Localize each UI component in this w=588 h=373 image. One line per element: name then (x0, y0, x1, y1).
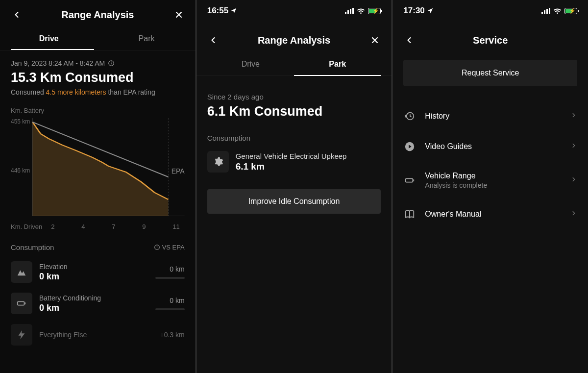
svg-point-4 (111, 62, 112, 62)
bolt-icon (11, 324, 32, 346)
chevron-left-icon (404, 35, 414, 45)
battery-icon (11, 293, 32, 314)
x-axis: Km. Driven 2 4 7 9 11 (11, 223, 185, 230)
vs-epa-summary: Consumed 4.5 more kilometers than EPA ra… (11, 88, 185, 96)
list-row-vehicle-range[interactable]: Vehicle Range Analysis is complete (403, 162, 577, 199)
cellular-icon (541, 8, 550, 14)
tabs: Drive Park (0, 27, 196, 50)
location-icon (427, 7, 434, 14)
header: Range Analysis (0, 0, 196, 27)
screen-park-analysis: 16:55 ⚡ Range Analysis Drive Park (196, 0, 393, 373)
svg-rect-11 (18, 301, 24, 305)
trip-timestamp: Jan 9, 2023 8:24 AM - 8:42 AM (11, 59, 185, 67)
tab-underline (294, 75, 381, 76)
chevron-right-icon (570, 112, 577, 121)
battery-charging-icon: ⚡ (368, 8, 381, 14)
y-tick-low: 446 km (11, 167, 30, 174)
info-icon (154, 244, 160, 250)
screen-service: 17:30 ⚡ Service Request Service His (392, 0, 588, 373)
request-service-button[interactable]: Request Service (403, 60, 577, 86)
chevron-right-icon (570, 210, 577, 219)
chevron-right-icon (570, 142, 577, 151)
consumption-row-battery-conditioning[interactable]: Battery Conditioning 0 km 0 km (11, 293, 185, 314)
tab-drive[interactable]: Drive (0, 27, 98, 50)
consumption-row-electrical-upkeep[interactable]: General Vehicle Electrical Upkeep 6.1 km (207, 151, 381, 173)
close-button[interactable] (173, 9, 185, 21)
page-title: Service (473, 35, 508, 46)
y-tick-high: 455 km (11, 118, 30, 125)
consumption-header: Consumption VS EPA (11, 243, 185, 251)
tabs: Drive Park (196, 53, 392, 76)
page-title: Range Analysis (61, 9, 134, 21)
tab-park[interactable]: Park (98, 27, 195, 50)
since-label: Since 2 days ago (207, 93, 381, 101)
svg-rect-16 (352, 8, 354, 14)
svg-rect-19 (541, 12, 543, 14)
chevron-left-icon (12, 10, 22, 20)
close-icon (174, 10, 184, 20)
consumption-row-elevation[interactable]: Elevation 0 km 0 km (11, 261, 185, 283)
chart-y-label: Km. Battery (11, 107, 185, 114)
svg-rect-13 (345, 12, 346, 14)
page-title: Range Analysis (258, 35, 330, 46)
book-icon (403, 209, 416, 220)
bottom-fade (0, 344, 196, 373)
history-icon (403, 111, 416, 122)
list-row-history[interactable]: History (403, 101, 577, 131)
tab-park[interactable]: Park (294, 53, 381, 75)
svg-rect-25 (406, 178, 413, 182)
epa-bar (155, 308, 185, 310)
epa-bar (155, 277, 185, 279)
svg-rect-22 (549, 8, 550, 14)
list-row-video-guides[interactable]: Video Guides (403, 131, 577, 162)
status-time: 17:30 (403, 6, 424, 16)
mountain-icon (11, 261, 32, 283)
svg-rect-15 (350, 9, 351, 14)
close-icon (370, 35, 380, 45)
chevron-right-icon (570, 176, 577, 185)
improve-idle-button[interactable]: Improve Idle Consumption (207, 189, 381, 214)
status-time: 16:55 (207, 6, 228, 16)
wifi-icon (357, 8, 365, 14)
tab-underline (11, 49, 94, 50)
play-icon (403, 141, 416, 152)
back-button[interactable] (11, 9, 23, 21)
cellular-icon (345, 8, 354, 14)
screen-drive-analysis: Range Analysis Drive Park Jan 9, 2023 8:… (0, 0, 196, 373)
back-button[interactable] (207, 34, 219, 46)
svg-rect-20 (544, 10, 545, 14)
consumption-row-everything-else[interactable]: Everything Else +0.3 km (11, 324, 185, 346)
km-consumed: 6.1 Km Consumed (207, 104, 381, 119)
header: Range Analysis (196, 20, 392, 53)
battery-icon (403, 175, 416, 186)
consumption-label: Consumption (207, 134, 381, 142)
svg-point-10 (157, 246, 157, 247)
gear-icon (207, 151, 229, 173)
km-consumed: 15.3 Km Consumed (11, 70, 185, 85)
close-button[interactable] (369, 34, 381, 46)
wifi-icon (553, 8, 562, 14)
svg-rect-14 (347, 10, 349, 14)
x-axis-label: Km. Driven (11, 223, 42, 230)
svg-rect-21 (546, 9, 548, 14)
back-button[interactable] (403, 34, 415, 46)
tab-drive[interactable]: Drive (207, 53, 294, 75)
header: Service (392, 20, 588, 53)
list-row-owners-manual[interactable]: Owner's Manual (403, 199, 577, 229)
epa-annotation: EPA (172, 167, 185, 175)
range-chart: 455 km 446 km EPA (11, 118, 185, 216)
info-icon (108, 60, 115, 67)
status-bar: 16:55 ⚡ (196, 0, 392, 20)
chevron-left-icon (208, 35, 218, 45)
battery-charging-icon: ⚡ (564, 8, 577, 14)
location-icon (230, 7, 237, 14)
status-bar: 17:30 ⚡ (392, 0, 588, 20)
